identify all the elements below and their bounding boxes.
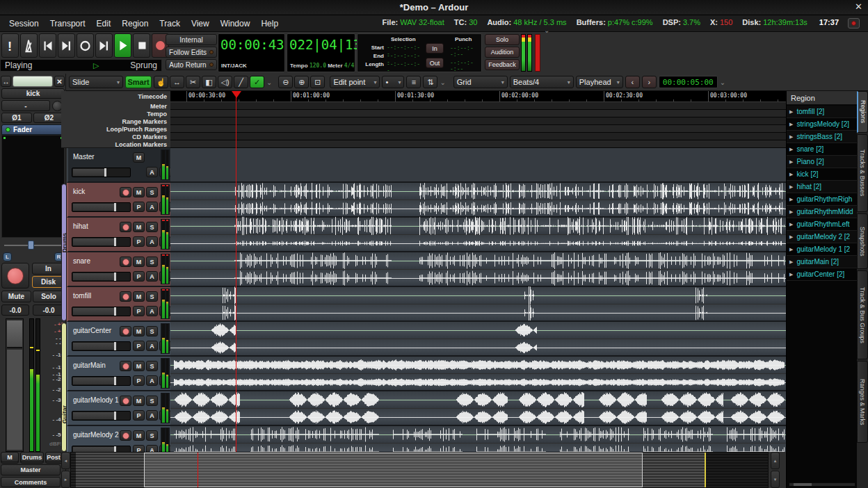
edit-point-dropdown[interactable]: Edit point▾ xyxy=(330,76,380,88)
region-list-item[interactable]: ▶snare [2] xyxy=(787,143,858,156)
expander-icon[interactable]: ▶ xyxy=(787,159,796,165)
zoom-in-button[interactable]: ⊕ xyxy=(294,76,309,88)
follow-edits-button[interactable]: Follow Edits xyxy=(166,47,217,58)
track-automation-button[interactable]: A xyxy=(146,306,158,316)
track-record-button[interactable] xyxy=(120,430,131,441)
gain-display[interactable]: -0.0 xyxy=(1,304,29,316)
track-fader[interactable] xyxy=(72,446,131,452)
track-fader-handle[interactable] xyxy=(114,307,116,316)
menu-track[interactable]: Track xyxy=(154,17,185,31)
track-mute-button[interactable]: M xyxy=(133,361,145,371)
track-header-guitarmelody-1[interactable]: guitarMelody 1MSPAG xyxy=(67,391,170,426)
ruler-row[interactable] xyxy=(170,110,786,117)
track-canvas[interactable] xyxy=(170,148,786,452)
track-fader[interactable] xyxy=(72,307,131,316)
ruler-label-location-markers[interactable]: Location Markers xyxy=(115,141,167,148)
height-chevron-icon[interactable]: ⌄ xyxy=(440,79,445,86)
track-header-snare[interactable]: snareMSPAG xyxy=(67,252,170,287)
region-list-hscrollbar[interactable] xyxy=(789,482,855,487)
expander-icon[interactable]: ▶ xyxy=(787,147,796,152)
track-automation-button[interactable]: A xyxy=(146,202,158,212)
mute-button[interactable]: Mute xyxy=(1,291,31,302)
tab-regions[interactable]: Regions xyxy=(857,91,868,133)
track-record-button[interactable] xyxy=(120,326,131,336)
summary-scroll-down-button[interactable]: ▾ xyxy=(771,471,780,488)
nudge-forward-button[interactable]: › xyxy=(642,76,657,88)
track-solo-button[interactable]: S xyxy=(146,430,158,441)
track-fader-handle[interactable] xyxy=(114,203,116,211)
track-automation-button[interactable]: A xyxy=(146,271,158,282)
stop-button[interactable] xyxy=(133,33,150,58)
expander-icon[interactable]: ▶ xyxy=(787,222,796,227)
nudge-clock[interactable]: 00:00:05:00 xyxy=(659,76,718,88)
processor-led-icon[interactable] xyxy=(6,127,10,132)
phase1-button[interactable]: Ø1 xyxy=(1,113,32,123)
audition-tool-button[interactable]: ◁) xyxy=(218,76,232,88)
zoom-out-button[interactable]: ⊖ xyxy=(278,76,293,88)
track-color-swatch[interactable] xyxy=(13,76,53,87)
close-icon[interactable]: ✕ xyxy=(855,1,862,12)
stretch-tool-button[interactable]: ◧ xyxy=(202,76,216,88)
region-list-item[interactable]: ▶Piano [2] xyxy=(787,156,858,168)
ruler-label-timecode[interactable]: Timecode xyxy=(138,93,167,100)
track-mute-button[interactable]: M xyxy=(133,222,145,232)
group-strip-guitar[interactable]: Guitar xyxy=(61,323,67,452)
ruler-row[interactable] xyxy=(170,102,786,110)
loop-button[interactable] xyxy=(77,33,94,58)
track-solo-button[interactable]: S xyxy=(146,291,158,302)
record-enable-button[interactable] xyxy=(1,263,29,288)
timecode-ruler[interactable]: 00:00:30:0000:01:00:0000:01:30:0000:02:0… xyxy=(170,91,786,102)
fader-processor[interactable]: Fader xyxy=(1,124,65,135)
menu-window[interactable]: Window xyxy=(216,17,255,31)
track-playlist-button[interactable]: P xyxy=(133,375,145,386)
track-automation-button[interactable]: A xyxy=(146,341,158,351)
track-fader-handle[interactable] xyxy=(114,377,116,385)
region-list-item[interactable]: ▶guitarMain [2] xyxy=(787,256,858,268)
track-mute-button[interactable]: M xyxy=(133,396,145,406)
track-header-guitarcenter[interactable]: guitarCenterMSPAG xyxy=(67,322,170,357)
region-list-item[interactable]: ▶guitarCenter [2] xyxy=(787,268,858,281)
punch-out-button[interactable]: Out xyxy=(426,58,444,68)
expander-icon[interactable]: ▶ xyxy=(787,122,796,127)
strip-track-name[interactable]: kick xyxy=(1,88,65,99)
ruler-label-tempo[interactable]: Tempo xyxy=(147,111,167,117)
track-fader[interactable] xyxy=(72,341,131,351)
region-list-item[interactable]: ▶kick [2] xyxy=(787,168,858,181)
expander-icon[interactable]: ▶ xyxy=(787,234,796,240)
track-playlist-button[interactable]: P xyxy=(133,271,145,282)
summary-view-rectangle[interactable] xyxy=(144,453,643,487)
pan-handle[interactable] xyxy=(28,241,34,250)
metering-tab-drums[interactable]: Drums xyxy=(20,452,44,462)
track-fader-handle[interactable] xyxy=(114,238,116,246)
menu-view[interactable]: View xyxy=(186,17,214,31)
go-start-button[interactable] xyxy=(39,33,56,58)
menu-session[interactable]: Session xyxy=(4,17,44,31)
track-mute-button[interactable]: M xyxy=(133,430,145,441)
track-header-master[interactable]: MasterMAG xyxy=(67,148,170,183)
draw-tool-button[interactable]: ╱ xyxy=(234,76,248,88)
smart-mode-button[interactable]: Smart xyxy=(125,76,152,88)
expander-icon[interactable]: ▶ xyxy=(787,172,796,177)
zoom-focus-dropdown[interactable]: Playhead▾ xyxy=(576,76,623,88)
track-header-tomfill[interactable]: tomfillMSPAG xyxy=(67,287,170,322)
tab-tracks-busses[interactable]: Tracks & Busses xyxy=(857,134,868,212)
track-fader[interactable] xyxy=(72,272,131,282)
edit-mode-dropdown[interactable]: Slide▾ xyxy=(69,76,123,88)
track-fader[interactable] xyxy=(72,376,131,386)
track-fader[interactable] xyxy=(72,237,131,247)
region-list-item[interactable]: ▶stringsMelody [2] xyxy=(787,118,858,131)
track-record-button[interactable] xyxy=(120,361,131,371)
strip-width-button[interactable]: ↔ xyxy=(1,76,11,87)
track-solo-button[interactable]: S xyxy=(146,396,158,406)
peak-display[interactable]: -0.0 xyxy=(33,304,65,316)
track-mute-button[interactable]: M xyxy=(133,291,145,302)
metering-tab-post[interactable]: Post xyxy=(45,452,62,462)
track-playlist-button[interactable]: P xyxy=(133,236,145,247)
playhead-marker-icon[interactable] xyxy=(232,91,241,98)
expander-icon[interactable]: ▶ xyxy=(787,134,796,140)
track-playlist-button[interactable]: P xyxy=(133,445,145,452)
group-strip-drums[interactable]: Drums xyxy=(61,184,67,321)
expander-icon[interactable]: ▶ xyxy=(787,209,796,215)
tab-snapshots[interactable]: Snapshots xyxy=(857,213,868,269)
strip-close-button[interactable]: ✕ xyxy=(54,76,65,87)
